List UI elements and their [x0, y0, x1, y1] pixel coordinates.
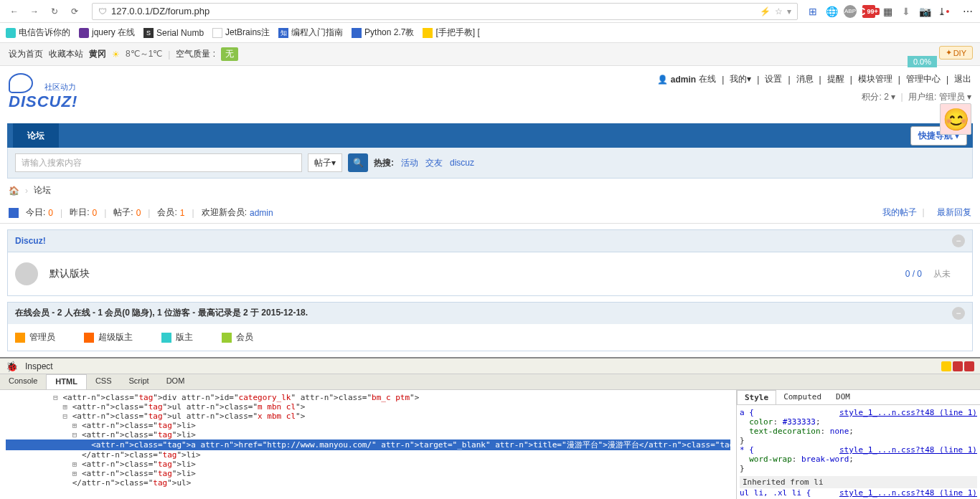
- collapse-button[interactable]: −: [952, 307, 965, 320]
- flash-icon: ⚡: [760, 6, 771, 16]
- html-panel[interactable]: ⊟ <attr-n">class="tag">div attr-n">id="c…: [0, 390, 736, 499]
- bookmark-item[interactable]: 电信告诉你的: [6, 27, 70, 39]
- minimize-button[interactable]: [941, 361, 951, 371]
- toolbar-icons: ⊞ 🌐 ABP C99+ ▦ ⬇ 📷 ⤓• ⋯: [806, 5, 974, 18]
- sun-icon: ☀: [112, 49, 120, 60]
- url-text: 127.0.0.1/DZ/forum.php: [111, 6, 760, 16]
- module-mgmt-link[interactable]: 模块管理: [858, 73, 892, 85]
- logo[interactable]: 社区动力 DISCUZ!: [9, 73, 109, 111]
- qr-icon[interactable]: ▦: [881, 5, 894, 18]
- bookmark-bar: 电信告诉你的 jquery 在线 SSerial Numb JetBrains注…: [0, 23, 980, 43]
- bookmark-item[interactable]: Python 2.7教: [352, 27, 414, 39]
- page-topbar: 设为首页 收藏本站 黄冈 ☀ 8℃～1℃ | 空气质量 : 无 0.0% ✦DI…: [0, 43, 980, 66]
- devtools-body: ⊟ <attr-n">class="tag">div attr-n">id="c…: [0, 390, 980, 499]
- shield-icon: 🛡: [98, 6, 107, 16]
- settings-link[interactable]: 设置: [765, 73, 782, 85]
- back-button[interactable]: ←: [6, 3, 23, 20]
- hot-item[interactable]: 交友: [425, 157, 443, 169]
- welcome-user-link[interactable]: admin: [250, 208, 273, 218]
- user-icon: 👤: [657, 75, 668, 85]
- close-button[interactable]: [964, 361, 974, 371]
- download2-icon[interactable]: ⤓•: [937, 5, 950, 18]
- logo-subtitle: 社区动力: [44, 82, 109, 92]
- home-icon: [6, 28, 16, 38]
- dropdown-icon[interactable]: ▾: [787, 6, 791, 16]
- bug-icon[interactable]: 🐞: [6, 361, 18, 372]
- diy-button[interactable]: ✦DIY: [939, 46, 973, 60]
- bookmark-item[interactable]: [手把手教] [: [423, 27, 479, 39]
- trophy-icon: [423, 28, 433, 38]
- c-icon[interactable]: C99+: [862, 5, 875, 18]
- user-area: 👤 admin 在线 | 我的▾ | 设置 | 消息 | 提醒 | 模块管理 |…: [657, 73, 971, 103]
- user-status: 在线: [699, 73, 716, 85]
- stop-button[interactable]: ⟳: [66, 3, 83, 20]
- tab-console[interactable]: Console: [0, 374, 46, 389]
- home-icon[interactable]: 🏠: [9, 186, 19, 196]
- style-body[interactable]: style_1_...n.css?t48 (line 1)a { color: …: [737, 405, 980, 499]
- inspect-label[interactable]: Inspect: [25, 361, 53, 371]
- bookmark-item[interactable]: JetBrains注: [212, 27, 270, 39]
- camera-icon[interactable]: 📷: [918, 5, 931, 18]
- air-label: 空气质量 :: [176, 48, 215, 60]
- maximize-button[interactable]: [953, 361, 963, 371]
- browser-toolbar: ← → ↻ ⟳ 🛡 127.0.0.1/DZ/forum.php ⚡ ☆ ▾ ⊞…: [0, 0, 980, 23]
- forum-section: Discuz! − 默认版块 0 / 0 从未: [7, 229, 973, 296]
- forward-button[interactable]: →: [26, 3, 43, 20]
- search-input[interactable]: 请输入搜索内容: [15, 153, 302, 172]
- stats-bar: 今日: 0 | 昨日: 0 | 帖子: 0 | 会员: 1 | 欢迎新会员: a…: [0, 202, 980, 224]
- url-bar[interactable]: 🛡 127.0.0.1/DZ/forum.php ⚡ ☆ ▾: [92, 3, 798, 20]
- bookmark-item[interactable]: SSerial Numb: [143, 28, 204, 38]
- set-home-link[interactable]: 设为首页: [9, 48, 43, 60]
- search-type-select[interactable]: 帖子 ▾: [308, 153, 342, 172]
- python-icon: [352, 28, 362, 38]
- s-icon: S: [143, 28, 154, 38]
- location: 黄冈: [89, 48, 106, 60]
- tab-computed[interactable]: Computed: [776, 390, 829, 404]
- hot-item[interactable]: discuz: [450, 158, 474, 168]
- styles-panel: Style Computed DOM style_1_...n.css?t48 …: [736, 390, 980, 499]
- apps-icon[interactable]: ⊞: [806, 5, 819, 18]
- bookmark-item[interactable]: jquery 在线: [79, 27, 135, 39]
- latest-replies-link[interactable]: 最新回复: [937, 207, 971, 217]
- star-icon[interactable]: ☆: [775, 6, 783, 16]
- online-header: 在线会员 - 2 人在线 - 1 会员(0 隐身), 1 位游客 - 最高记录是…: [8, 303, 972, 324]
- tab-dom2[interactable]: DOM: [829, 390, 857, 404]
- admin-center-link[interactable]: 管理中心: [906, 73, 941, 85]
- weather: 8℃～1℃: [126, 48, 162, 60]
- zhi-icon: 知: [278, 28, 288, 38]
- reload-button[interactable]: ↻: [46, 3, 63, 20]
- logo-text: DISCUZ!: [9, 92, 109, 111]
- forum-name[interactable]: 默认版块: [50, 267, 894, 280]
- search-button[interactable]: 🔍: [348, 153, 368, 172]
- favorite-link[interactable]: 收藏本站: [49, 48, 83, 60]
- online-section: 在线会员 - 2 人在线 - 1 会员(0 隐身), 1 位游客 - 最高记录是…: [7, 302, 973, 351]
- online-text: 在线会员 - 2 人在线 - 1 会员(0 隐身), 1 位游客 - 最高记录是…: [15, 307, 308, 320]
- my-posts-link[interactable]: 我的帖子: [882, 207, 917, 217]
- menu-icon[interactable]: ⋯: [961, 5, 974, 18]
- hot-item[interactable]: 活动: [401, 157, 418, 169]
- tab-dom[interactable]: DOM: [158, 374, 194, 389]
- legend-member: 会员: [222, 331, 253, 343]
- member-icon: [222, 333, 232, 343]
- abp-icon[interactable]: ABP: [844, 5, 857, 18]
- tab-style[interactable]: Style: [737, 390, 776, 404]
- collapse-button[interactable]: −: [952, 234, 965, 247]
- bookmark-item[interactable]: 知编程入门指南: [278, 27, 343, 39]
- tab-html[interactable]: HTML: [46, 374, 87, 389]
- avatar[interactable]: 😊: [940, 103, 971, 135]
- online-legend: 管理员 超级版主 版主 会员: [8, 324, 972, 351]
- logout-link[interactable]: 退出: [954, 73, 971, 85]
- tab-css[interactable]: CSS: [87, 374, 121, 389]
- download-icon[interactable]: ⬇: [900, 5, 913, 18]
- my-link[interactable]: 我的▾: [730, 73, 751, 85]
- messages-link[interactable]: 消息: [796, 73, 814, 85]
- devtools: 🐞 Inspect Console HTML CSS Script DOM ⊟ …: [0, 357, 980, 499]
- username[interactable]: admin: [671, 75, 696, 85]
- alerts-link[interactable]: 提醒: [827, 73, 844, 85]
- section-title[interactable]: Discuz!: [15, 236, 46, 246]
- forum-tab[interactable]: 论坛: [13, 123, 59, 148]
- main-nav: 论坛 快捷导航 ▾: [7, 123, 973, 148]
- globe-icon[interactable]: 🌐: [825, 5, 838, 18]
- tab-script[interactable]: Script: [121, 374, 158, 389]
- chart-icon[interactable]: [9, 208, 19, 218]
